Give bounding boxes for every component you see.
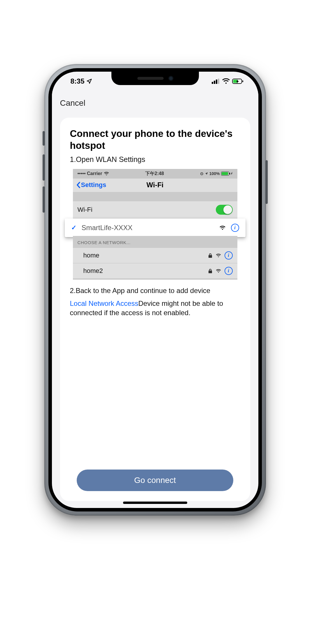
lock-icon: [208, 269, 212, 273]
svg-rect-3: [218, 79, 219, 84]
cancel-button-label: Cancel: [60, 98, 85, 107]
selected-network-row: ✓ SmartLife-XXXX i: [65, 218, 246, 237]
illustration-title: Wi-Fi: [146, 181, 163, 189]
wifi-icon: [222, 78, 230, 84]
checkmark-icon: ✓: [71, 224, 76, 232]
illustration-carrier: ••••• Carrier: [78, 171, 102, 176]
stage: 8:35: [0, 0, 310, 644]
step-1-text: 1.Open WLAN Settings: [70, 155, 240, 164]
network-row: home2 i: [73, 263, 237, 278]
info-icon: i: [225, 267, 233, 275]
home-indicator[interactable]: [123, 502, 187, 504]
selected-network-name: SmartLife-XXXX: [82, 224, 214, 232]
front-camera: [169, 76, 173, 80]
power-button: [265, 160, 268, 204]
phone-bezel: 8:35: [48, 68, 262, 511]
info-icon: i: [231, 224, 239, 232]
phone-frame: 8:35: [44, 64, 266, 516]
go-connect-button[interactable]: Go connect: [77, 470, 233, 491]
wifi-icon: [219, 225, 226, 230]
illustration-back-button: Settings: [76, 181, 147, 189]
instruction-card: Connect your phone to the device's hotsp…: [60, 118, 250, 501]
location-icon: [86, 78, 92, 84]
choose-network-label: CHOOSE A NETWORK...: [73, 236, 237, 248]
cellular-signal-icon: [212, 79, 220, 84]
battery-charging-icon: [232, 78, 244, 84]
network-name: home: [83, 252, 99, 259]
svg-rect-1: [214, 81, 215, 84]
local-network-access-link[interactable]: Local Network Access: [70, 299, 139, 307]
wifi-icon: [216, 253, 221, 257]
mute-switch: [43, 131, 45, 146]
wifi-toggle-row: Wi-Fi: [73, 201, 237, 218]
alarm-icon: ⊙: [200, 171, 204, 176]
nav-bar: Cancel: [52, 91, 258, 115]
page-title: Connect your phone to the device's hotsp…: [70, 128, 240, 152]
svg-rect-6: [242, 80, 243, 82]
illustration-back-label: Settings: [81, 181, 106, 189]
svg-rect-0: [212, 82, 213, 84]
status-time: 8:35: [71, 77, 85, 85]
lock-icon: [208, 253, 212, 258]
illustration-nav-bar: Settings Wi-Fi: [73, 179, 237, 192]
location-icon: [205, 172, 208, 175]
wifi-icon: [216, 269, 221, 273]
notch: [111, 72, 199, 85]
network-name: home2: [83, 267, 103, 275]
wifi-settings-illustration: ••••• Carrier 下午2:48: [73, 169, 237, 280]
chevron-left-icon: [76, 182, 80, 188]
wifi-icon: [104, 172, 109, 176]
go-connect-button-label: Go connect: [134, 476, 176, 485]
info-icon: i: [225, 251, 233, 260]
screen: 8:35: [52, 72, 258, 508]
local-network-note: Local Network AccessDevice might not be …: [70, 299, 240, 318]
network-row: home i: [73, 248, 237, 263]
cancel-button[interactable]: Cancel: [60, 98, 85, 108]
earpiece-speaker: [137, 77, 164, 80]
wifi-toggle-switch: [216, 205, 233, 215]
svg-rect-2: [216, 80, 217, 84]
screen-content: Cancel Connect your phone to the device'…: [52, 72, 258, 508]
illustration-time: 下午2:48: [109, 171, 200, 177]
volume-up-button: [43, 154, 45, 181]
wifi-toggle-label: Wi-Fi: [78, 206, 92, 214]
volume-down-button: [43, 186, 45, 213]
illustration-status-bar: ••••• Carrier 下午2:48: [73, 169, 237, 179]
battery-icon: [221, 172, 229, 176]
illustration-battery-percent: 100%: [209, 171, 220, 176]
step-2-text: 2.Back to the App and continue to add de…: [70, 287, 240, 295]
charging-bolt-icon: ⚡︎: [230, 172, 233, 176]
